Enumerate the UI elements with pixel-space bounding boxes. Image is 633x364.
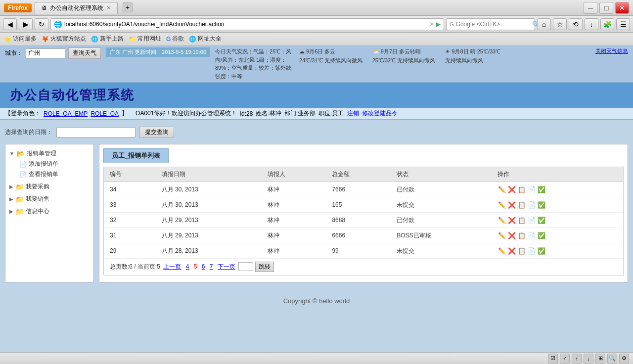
- browser-titlebar: Firefox 🖥 办公自动化管理系统 ✕ + ─ □ ✕: [0, 0, 633, 16]
- addons-button[interactable]: 🧩: [600, 18, 614, 30]
- cell-id: 34: [104, 182, 156, 197]
- go-icon[interactable]: ▶: [436, 21, 441, 28]
- sidebar-item-purchase[interactable]: ▶ 📁 我要采购: [9, 182, 90, 192]
- weather-day-1: 34 ☁ 9月6日 多云 24℃/31℃ 无持续风向微风: [299, 47, 362, 65]
- confirm-icon[interactable]: ✅: [537, 200, 546, 209]
- prev-page-link[interactable]: 上一页: [163, 263, 181, 270]
- status-bar: 【登录角色： ROLE_OA_EMP ROLE_OA 】 OA001你好！欢迎访…: [0, 108, 633, 120]
- bookmark-google[interactable]: G 谷歌: [166, 35, 184, 43]
- city-input[interactable]: [26, 48, 65, 58]
- weather-day-3: ☀ 9月8日 晴 25℃/33℃ 无持续风向微风: [445, 47, 500, 65]
- downloads-button[interactable]: ↓: [585, 18, 598, 30]
- cell-reporter: 林冲: [262, 197, 326, 213]
- new-tab-button[interactable]: +: [123, 2, 133, 12]
- reload-button[interactable]: ↻: [35, 18, 48, 30]
- bookmarks-bar: ⭐ 访问最多 🦊 火狐官方站点 🌐 新手上路 📁 常用网址 G 谷歌 🌐 网址大…: [0, 33, 633, 46]
- day3-temp: 无持续风向微风: [445, 57, 483, 63]
- view-icon[interactable]: 📋: [517, 246, 526, 255]
- submit-query-button[interactable]: 提交查询: [139, 127, 174, 138]
- bookmark-label: 火狐官方站点: [50, 35, 86, 43]
- doc-icon[interactable]: 📄: [527, 185, 536, 194]
- history-button[interactable]: ⟲: [569, 18, 583, 30]
- page-4-link[interactable]: 4: [186, 263, 189, 270]
- delete-icon[interactable]: ❌: [507, 246, 516, 255]
- view-icon[interactable]: 📋: [517, 216, 526, 225]
- confirm-icon[interactable]: ✅: [537, 231, 546, 240]
- view-icon[interactable]: 📋: [517, 231, 526, 240]
- cell-actions: ✏️ ❌ 📋 📄 ✅: [492, 243, 623, 259]
- delete-icon[interactable]: ❌: [507, 185, 516, 194]
- menu-button[interactable]: ☰: [616, 18, 630, 30]
- confirm-icon[interactable]: ✅: [537, 246, 546, 255]
- folder-icon: 📁: [129, 36, 136, 43]
- forward-button[interactable]: ▶: [19, 18, 33, 30]
- cell-reporter: 林冲: [262, 243, 326, 259]
- jump-button[interactable]: 跳转: [255, 262, 274, 272]
- address-input[interactable]: [64, 21, 427, 28]
- edit-icon[interactable]: ✏️: [497, 246, 506, 255]
- edit-icon[interactable]: ✏️: [497, 185, 506, 194]
- sidebar-item-add-expense[interactable]: 📄 添加报销单: [9, 159, 90, 169]
- next-page-link[interactable]: 下一页: [218, 263, 235, 270]
- view-icon[interactable]: 📋: [517, 185, 526, 194]
- logout-link[interactable]: 注销: [347, 109, 359, 118]
- tab-close-icon[interactable]: ✕: [106, 4, 111, 11]
- confirm-icon[interactable]: ✅: [537, 185, 546, 194]
- date-query-label: 选择查询的日期：: [5, 128, 52, 136]
- bookmark-visited[interactable]: ⭐ 访问最多: [4, 35, 37, 43]
- table-header-row: 编号 填报日期 填报人 总金额 状态 操作: [104, 167, 623, 182]
- sidebar-item-view-expense[interactable]: 📄 查看报销单: [9, 169, 90, 180]
- firefox-menu-btn[interactable]: Firefox: [4, 3, 32, 12]
- edit-icon[interactable]: ✏️: [497, 200, 506, 209]
- edit-icon[interactable]: ✏️: [497, 216, 506, 225]
- cell-actions: ✏️ ❌ 📋 📄 ✅: [492, 228, 623, 243]
- date-input[interactable]: [56, 128, 136, 137]
- weather-forecast: 34 ☁ 9月6日 多云 24℃/31℃ 无持续风向微风 ⛅ 9月7日 多云转晴…: [299, 47, 500, 65]
- page-6-link[interactable]: 6: [202, 263, 205, 270]
- cell-reporter: 林冲: [262, 228, 326, 243]
- folder-icon-2: 📁: [15, 183, 24, 191]
- delete-icon[interactable]: ❌: [507, 200, 516, 209]
- sidebar-item-expense[interactable]: ▼ 📂 报销单管理: [9, 148, 90, 159]
- page-jump-input[interactable]: [238, 262, 253, 271]
- address-bar-wrapper: 🌐 ✕ ▶: [50, 18, 444, 30]
- refresh-icon[interactable]: ✕: [429, 21, 434, 28]
- bookmark-allsites[interactable]: 🌐 网址大全: [189, 35, 222, 43]
- page-7-link[interactable]: 7: [210, 263, 213, 270]
- bookmark-common[interactable]: 📁 常用网址: [129, 35, 161, 43]
- bookmark-firefox[interactable]: 🦊 火狐官方站点: [42, 35, 86, 43]
- minimize-button[interactable]: ─: [584, 2, 597, 14]
- active-tab[interactable]: 🖥 办公自动化管理系统 ✕: [35, 2, 118, 14]
- role1-link[interactable]: ROLE_OA_EMP: [44, 110, 88, 117]
- bookmark-newuser[interactable]: 🌐 新手上路: [91, 35, 124, 43]
- delete-icon[interactable]: ❌: [507, 216, 516, 225]
- doc-icon[interactable]: 📄: [527, 231, 536, 240]
- confirm-icon[interactable]: ✅: [537, 216, 546, 225]
- data-table: 编号 填报日期 填报人 总金额 状态 操作 34 八月 30, 2013 林冲 …: [104, 167, 623, 259]
- doc-icon[interactable]: 📄: [527, 216, 536, 225]
- doc-icon[interactable]: 📄: [527, 246, 536, 255]
- modify-link[interactable]: 修改登陆品令: [362, 109, 398, 118]
- bookmarks-button[interactable]: ☆: [553, 18, 567, 30]
- home-button[interactable]: ⌂: [537, 18, 551, 30]
- position-text: 职位:员工: [318, 109, 344, 118]
- cell-date: 八月 29, 2013: [156, 213, 262, 228]
- sidebar-purchase-label: 我要采购: [26, 182, 49, 191]
- maximize-button[interactable]: □: [599, 2, 613, 14]
- globe-icon: 🌐: [54, 20, 62, 28]
- table-title-tab: 员工_报销单列表: [103, 148, 169, 163]
- edit-icon[interactable]: ✏️: [497, 231, 506, 240]
- view-icon[interactable]: 📋: [517, 200, 526, 209]
- cell-id: 29: [104, 243, 156, 259]
- name-text: 姓名:林冲: [256, 109, 281, 118]
- close-button[interactable]: ✕: [615, 2, 629, 14]
- sidebar-item-info[interactable]: ▶ 📁 信息中心: [9, 206, 90, 217]
- sidebar-item-sales[interactable]: ▶ 📁 我要销售: [9, 194, 90, 204]
- back-button[interactable]: ◀: [3, 18, 17, 30]
- role2-link[interactable]: ROLE_OA: [90, 110, 119, 117]
- search-input[interactable]: [456, 21, 530, 28]
- doc-icon[interactable]: 📄: [527, 200, 536, 209]
- weather-close-link[interactable]: 关闭天气信息: [595, 47, 628, 55]
- weather-query-button[interactable]: 查询天气: [68, 47, 101, 59]
- delete-icon[interactable]: ❌: [507, 231, 516, 240]
